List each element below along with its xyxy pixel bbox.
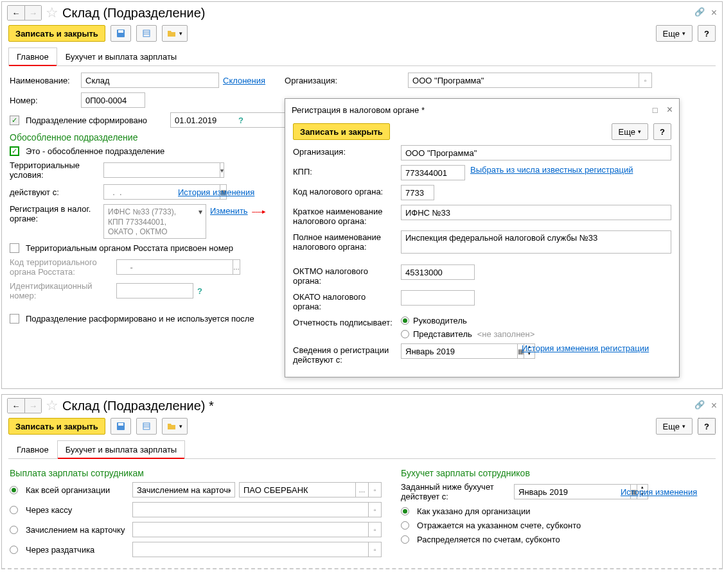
name-label: Наименование: <box>10 76 77 85</box>
signer-leader-radio[interactable] <box>401 316 409 325</box>
okato-label: ОКАТО налогового органа: <box>293 290 396 311</box>
tab-main[interactable]: Главное <box>8 440 57 459</box>
acc-org-radio[interactable] <box>401 507 409 515</box>
modal-more-button[interactable]: Еще ▾ <box>612 123 648 140</box>
num-label: Номер: <box>10 96 77 105</box>
link-icon[interactable]: 🔗 <box>694 7 705 19</box>
more-button[interactable]: Еще ▾ <box>656 25 693 42</box>
name-input[interactable] <box>81 73 219 88</box>
pay-bank-input <box>239 482 356 497</box>
pay-cash-label: Через кассу <box>26 505 128 515</box>
reginfo-input[interactable] <box>401 343 518 359</box>
tab-payroll[interactable]: Бухучет и выплата зарплаты <box>57 440 186 459</box>
signer-rep-radio[interactable] <box>401 330 409 338</box>
taxcode-label: Код налогового органа: <box>293 185 396 196</box>
separate-label: Это - обособленное подразделение <box>26 146 164 156</box>
open-icon[interactable]: ▫ <box>369 542 382 557</box>
short-input[interactable] <box>401 205 671 220</box>
not-filled-label: <не заполнен> <box>477 329 535 339</box>
history-link[interactable]: История изменения <box>178 187 254 197</box>
forward-button[interactable]: → <box>24 6 41 20</box>
terr-dropdown-icon[interactable]: ▾ <box>220 162 224 178</box>
acc-account-label: Отражается на указанном счете, субконто <box>417 521 581 530</box>
select-known-link[interactable]: Выбрать из числа известных регистраций <box>470 165 633 175</box>
save-close-button[interactable]: Записать и закрыть <box>8 25 105 42</box>
pay-distributor-input[interactable] <box>132 542 369 557</box>
favorite-star-icon[interactable]: ☆ <box>46 4 58 21</box>
disbanded-checkbox[interactable] <box>10 314 19 324</box>
taxcode-input[interactable] <box>401 185 434 200</box>
rosstat-checkbox[interactable] <box>10 243 19 253</box>
svg-rect-1 <box>118 30 123 33</box>
favorite-star-icon[interactable]: ☆ <box>46 397 58 414</box>
reg-history-link[interactable]: История изменения регистрации <box>522 343 649 353</box>
forward-button[interactable]: → <box>24 399 41 413</box>
formed-date-input[interactable] <box>170 112 287 128</box>
signer-rep-label: Представитель <box>413 329 472 339</box>
modal-help-button[interactable]: ? <box>653 123 671 140</box>
org-label: Организация: <box>285 76 342 85</box>
acc-account-radio[interactable] <box>401 521 409 530</box>
pay-mode-input <box>132 482 235 497</box>
id-help-icon[interactable]: ? <box>197 286 202 296</box>
help-button[interactable]: ? <box>698 25 716 42</box>
acc-history-link[interactable]: История изменения <box>621 487 697 497</box>
modal-org-input[interactable] <box>401 145 671 160</box>
svg-rect-6 <box>118 423 123 426</box>
reg-info-box[interactable]: ИФНС №33 (7733), КПП 773344001, ОКАТО , … <box>103 204 206 239</box>
open-icon[interactable]: ▫ <box>369 502 382 517</box>
reginfo-label: Сведения о регистрации действуют с: <box>293 343 396 365</box>
list-button[interactable] <box>136 418 157 435</box>
back-button[interactable]: ← <box>8 399 24 413</box>
terr-label: Территориальные условия: <box>10 160 100 180</box>
modal-save-close-button[interactable]: Записать и закрыть <box>293 123 390 140</box>
rosstat-label: Территориальным органом Росстата присвое… <box>26 243 233 253</box>
oktmo-input[interactable] <box>401 264 475 280</box>
link-icon[interactable]: 🔗 <box>694 400 705 411</box>
pay-card-radio[interactable] <box>10 526 18 534</box>
save-button[interactable] <box>110 25 131 42</box>
back-button[interactable]: ← <box>8 6 24 20</box>
signer-leader-label: Руководитель <box>413 316 467 325</box>
pay-org-radio[interactable] <box>10 486 18 494</box>
save-close-button[interactable]: Записать и закрыть <box>8 418 105 435</box>
tab-main[interactable]: Главное <box>8 48 57 66</box>
rosstat-code-input <box>116 259 233 275</box>
pay-card-input[interactable] <box>132 522 369 537</box>
org-open-icon[interactable]: ▫ <box>639 73 652 88</box>
pay-distributor-radio[interactable] <box>10 546 18 554</box>
kpp-input[interactable] <box>401 165 465 180</box>
pay-cash-radio[interactable] <box>10 506 18 514</box>
save-button[interactable] <box>110 418 131 435</box>
acc-distr-radio[interactable] <box>401 535 409 544</box>
terr-input[interactable] <box>103 162 220 178</box>
list-button[interactable] <box>136 25 157 42</box>
formed-help-icon[interactable]: ? <box>238 116 243 125</box>
close-icon[interactable]: × <box>711 7 717 19</box>
change-link[interactable]: Изменить <box>210 206 248 216</box>
short-label: Краткое наименование налогового органа: <box>293 205 396 226</box>
close-icon[interactable]: × <box>711 400 717 411</box>
help-button[interactable]: ? <box>698 418 716 435</box>
open-icon[interactable]: ▫ <box>369 522 382 537</box>
open-icon[interactable]: ▫ <box>369 482 382 497</box>
maximize-icon[interactable]: □ <box>653 105 658 115</box>
acc-set-input[interactable] <box>514 484 631 499</box>
more-button[interactable]: Еще ▾ <box>656 418 693 435</box>
modal-title: Регистрация в налоговом органе * <box>292 105 653 115</box>
pay-heading: Выплата зарплаты сотрудникам <box>10 468 382 478</box>
org-input[interactable] <box>408 73 639 88</box>
tab-payroll[interactable]: Бухучет и выплата зарплаты <box>57 48 186 66</box>
full-input[interactable]: Инспекция федеральной налоговой службы №… <box>401 230 671 254</box>
okato-input[interactable] <box>401 290 475 306</box>
nav-group: ← → <box>7 398 42 413</box>
folder-button[interactable]: ▾ <box>162 25 188 42</box>
close-icon[interactable]: × <box>667 104 673 116</box>
declensions-link[interactable]: Склонения <box>223 76 265 85</box>
pay-cash-input[interactable] <box>132 502 369 517</box>
more-icon[interactable]: … <box>356 482 369 497</box>
num-input[interactable] <box>81 92 145 108</box>
separate-checkbox[interactable] <box>10 146 19 156</box>
folder-button[interactable]: ▾ <box>162 418 188 435</box>
valid-from-label: действуют с: <box>10 187 100 197</box>
